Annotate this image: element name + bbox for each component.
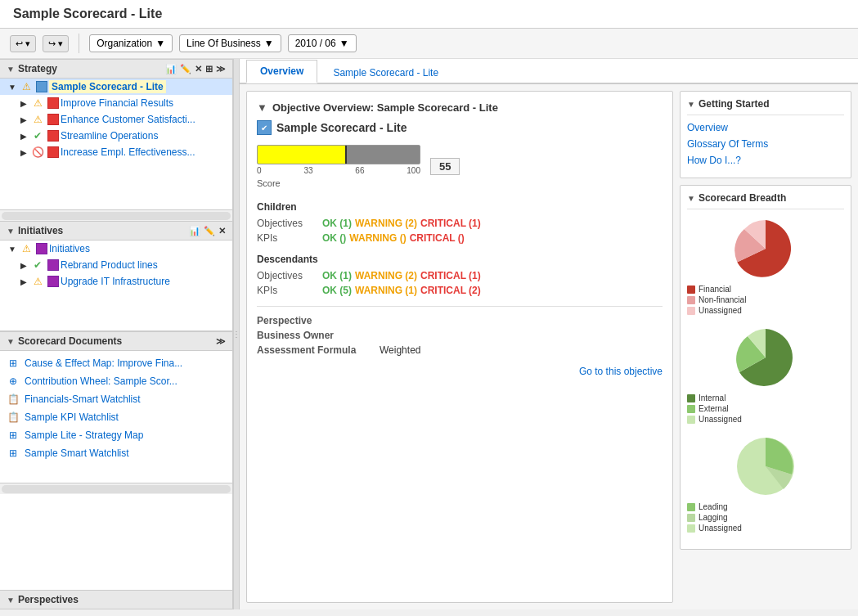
init-edit-icon[interactable]: ✏️ bbox=[204, 226, 215, 236]
tree-item-init-root[interactable]: ▼ ⚠ Initiatives bbox=[0, 241, 232, 257]
doc-item-kpi-watchlist[interactable]: 📋 Sample KPI Watchlist bbox=[0, 408, 232, 426]
leading-legend: Leading Lagging Unassigned bbox=[687, 502, 844, 533]
tree-toggle[interactable]: ▶ bbox=[18, 148, 29, 157]
obj-icon bbox=[47, 97, 59, 109]
tree-toggle[interactable]: ▼ bbox=[7, 245, 18, 254]
desc-kpi-ok: OK (5) bbox=[322, 285, 352, 296]
tree-toggle[interactable]: ▼ bbox=[7, 83, 18, 92]
scorecard-docs-section: ▼ Scorecard Documents ≫ ⊞ Cause & Effect… bbox=[0, 330, 232, 494]
tree-toggle[interactable]: ▶ bbox=[18, 261, 29, 270]
card-title-triangle: ▼ bbox=[257, 101, 267, 114]
tree-label[interactable]: Rebrand Product lines bbox=[61, 259, 158, 271]
tree-toggle[interactable]: ▶ bbox=[18, 115, 29, 124]
resize-handle[interactable]: ⋮ bbox=[233, 59, 240, 609]
tree-label[interactable]: Streamline Operations bbox=[61, 130, 158, 142]
getting-started-glossary-link[interactable]: Glossary Of Terms bbox=[687, 138, 844, 150]
strategy-collapse-icon[interactable]: ▼ bbox=[7, 65, 15, 74]
tree-label[interactable]: Enhance Customer Satisfacti... bbox=[61, 114, 195, 125]
strategy-expand-icon[interactable]: ≫ bbox=[216, 64, 226, 74]
descendants-kpis-row: KPIs OK (5) WARNING (1) CRITICAL (2) bbox=[257, 285, 663, 296]
tree-item-customer[interactable]: ▶ ⚠ Enhance Customer Satisfacti... bbox=[0, 111, 232, 128]
desc-obj-critical: CRITICAL (1) bbox=[420, 270, 481, 281]
warning-icon: ⚠ bbox=[20, 80, 33, 93]
getting-started-title: ▼ Getting Started bbox=[687, 98, 844, 115]
doc-item-strategy-map[interactable]: ⊞ Sample Lite - Strategy Map bbox=[0, 426, 232, 444]
doc-item-smart-watchlist[interactable]: ⊞ Sample Smart Watchlist bbox=[0, 444, 232, 462]
children-title: Children bbox=[257, 201, 663, 213]
docs-collapse-icon[interactable]: ▼ bbox=[7, 337, 15, 346]
strategy-tree-icon[interactable]: ⊞ bbox=[205, 64, 213, 74]
obj-title: ✔ Sample Scorecard - Lite bbox=[257, 120, 663, 135]
obj-icon: ✔ bbox=[257, 120, 272, 135]
period-dropdown[interactable]: 2010 / 06 ▼ bbox=[288, 34, 357, 52]
tree-label[interactable]: Increase Empl. Effectiveness... bbox=[61, 146, 195, 158]
init-close-icon[interactable]: ✕ bbox=[218, 226, 226, 236]
score-label: Score bbox=[257, 178, 420, 188]
tree-item-financial[interactable]: ▶ ⚠ Improve Financial Results bbox=[0, 95, 232, 111]
lob-dropdown[interactable]: Line Of Business ▼ bbox=[179, 34, 281, 52]
strategy-label: Strategy bbox=[18, 63, 57, 74]
tree-toggle[interactable]: ▶ bbox=[18, 99, 29, 108]
tree-item-operations[interactable]: ▶ ✔ Streamline Operations bbox=[0, 128, 232, 144]
obj-ok: OK (1) bbox=[322, 218, 352, 229]
tree-item-upgrade[interactable]: ▶ ⚠ Upgrade IT Infrastructure bbox=[0, 273, 232, 290]
org-dropdown[interactable]: Organization ▼ bbox=[89, 34, 173, 52]
doc-item-cause-effect[interactable]: ⊞ Cause & Effect Map: Improve Fina... bbox=[0, 354, 232, 372]
tab-scorecard[interactable]: Sample Scorecard - Lite bbox=[319, 61, 452, 83]
ok-icon: ✔ bbox=[31, 259, 44, 272]
doc-item-contribution[interactable]: ⊕ Contribution Wheel: Sample Scor... bbox=[0, 372, 232, 390]
init-chart-icon[interactable]: 📊 bbox=[189, 226, 200, 236]
tree-item-rebrand[interactable]: ▶ ✔ Rebrand Product lines bbox=[0, 257, 232, 273]
tab-overview[interactable]: Overview bbox=[246, 60, 317, 83]
tree-toggle[interactable]: ▶ bbox=[18, 132, 29, 141]
tree-label[interactable]: Sample Scorecard - Lite bbox=[49, 80, 166, 93]
strategy-edit-icon[interactable]: ✏️ bbox=[180, 64, 191, 74]
tree-item-employee[interactable]: ▶ 🚫 Increase Empl. Effectiveness... bbox=[0, 144, 232, 160]
left-panel: ▼ Strategy 📊 ✏️ ✕ ⊞ ≫ ▼ ⚠ Sample Scoreca… bbox=[0, 59, 233, 609]
content-area: ▼ Objective Overview: Sample Scorecard -… bbox=[240, 84, 858, 609]
internal-legend: Internal External Unassigned bbox=[687, 393, 844, 424]
descendants-section: Descendants Objectives OK (1) WARNING (2… bbox=[257, 254, 663, 296]
tree-toggle[interactable]: ▶ bbox=[18, 277, 29, 286]
meta-assessment-label: Assessment Formula bbox=[257, 344, 380, 356]
desc-obj-warning: WARNING (2) bbox=[355, 270, 417, 281]
score-badge: 55 bbox=[430, 158, 460, 175]
goto-link[interactable]: Go to this objective bbox=[257, 366, 663, 377]
initiatives-collapse-icon[interactable]: ▼ bbox=[7, 227, 15, 236]
init-icon bbox=[36, 243, 47, 254]
strategy-close-icon[interactable]: ✕ bbox=[195, 64, 202, 74]
strategy-chart-icon[interactable]: 📊 bbox=[165, 64, 177, 74]
docs-expand-icon[interactable]: ≫ bbox=[216, 336, 226, 347]
card-title-text: Objective Overview: Sample Scorecard - L… bbox=[272, 101, 498, 114]
undo-button[interactable]: ↩ ▾ bbox=[10, 35, 36, 52]
perspectives-collapse-icon[interactable]: ▼ bbox=[7, 596, 15, 605]
breadth-tri: ▼ bbox=[687, 194, 695, 203]
strategy-tree: ▼ ⚠ Sample Scorecard - Lite ▶ ⚠ Improve … bbox=[0, 79, 232, 209]
tree-label[interactable]: Upgrade IT Infrastructure bbox=[61, 276, 170, 287]
pie-financial: Financial Non-financial Unassigned bbox=[687, 216, 844, 315]
meta-assessment: Assessment Formula Weighted bbox=[257, 344, 663, 356]
docs-scrollbar[interactable] bbox=[0, 483, 232, 494]
docs-section-header: ▼ Scorecard Documents ≫ bbox=[0, 331, 232, 351]
tree-item-scorecard[interactable]: ▼ ⚠ Sample Scorecard - Lite bbox=[0, 79, 232, 95]
tree-label[interactable]: Initiatives bbox=[49, 243, 90, 254]
init-icon bbox=[47, 259, 59, 271]
meta-assessment-value: Weighted bbox=[380, 344, 420, 356]
doc-item-financials[interactable]: 📋 Financials-Smart Watchlist bbox=[0, 390, 232, 408]
score-bar bbox=[257, 145, 420, 164]
getting-started-overview-link[interactable]: Overview bbox=[687, 122, 844, 133]
initiatives-section-header: ▼ Initiatives 📊 ✏️ ✕ bbox=[0, 221, 232, 241]
tree-label[interactable]: Improve Financial Results bbox=[61, 97, 173, 109]
strategy-section-header: ▼ Strategy 📊 ✏️ ✕ ⊞ ≫ bbox=[0, 59, 232, 79]
cause-effect-icon: ⊞ bbox=[7, 357, 20, 370]
getting-started-card: ▼ Getting Started Overview Glossary Of T… bbox=[680, 91, 851, 178]
desc-kpi-critical: CRITICAL (2) bbox=[420, 285, 481, 296]
desc-obj-ok: OK (1) bbox=[322, 270, 352, 281]
scorecard-breadth-card: ▼ Scorecard Breadth bbox=[680, 185, 851, 550]
perspectives-section-header: ▼ Perspectives bbox=[0, 590, 232, 609]
redo-button[interactable]: ↪ ▾ bbox=[43, 35, 69, 52]
getting-started-tri: ▼ bbox=[687, 100, 695, 109]
strategy-scrollbar[interactable] bbox=[0, 209, 232, 221]
scorecard-icon bbox=[36, 81, 47, 92]
getting-started-howdoi-link[interactable]: How Do I...? bbox=[687, 155, 844, 166]
